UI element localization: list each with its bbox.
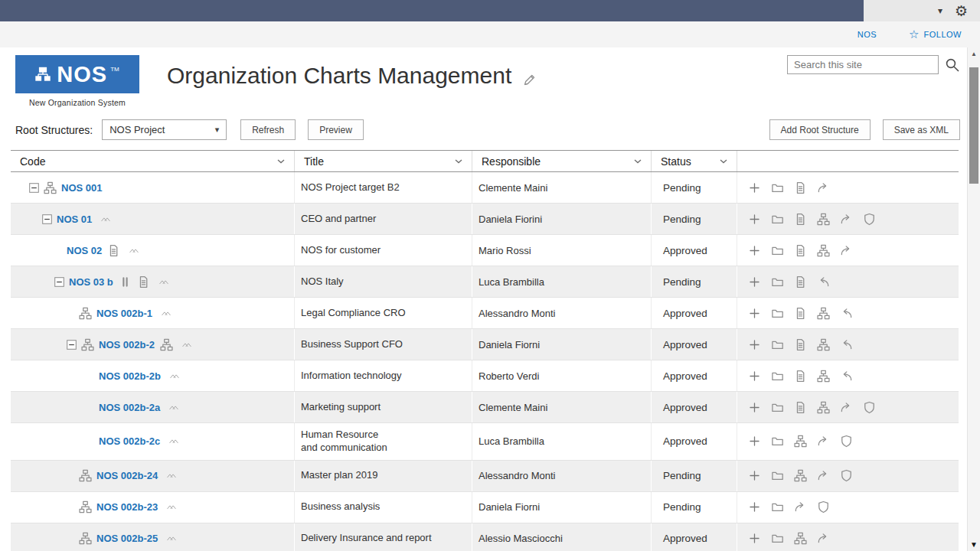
shield-icon[interactable] xyxy=(840,435,853,448)
code-link[interactable]: NOS 01 xyxy=(57,214,92,225)
add-icon[interactable] xyxy=(748,338,761,351)
reorder-icon[interactable] xyxy=(165,502,178,512)
org-chart-icon[interactable] xyxy=(817,213,830,226)
reorder-icon[interactable] xyxy=(165,533,178,543)
shield-icon[interactable] xyxy=(863,401,876,414)
reorder-icon[interactable] xyxy=(127,246,141,256)
org-chart-icon[interactable] xyxy=(794,435,807,448)
reorder-icon[interactable] xyxy=(167,403,181,412)
add-icon[interactable] xyxy=(748,244,761,257)
code-link[interactable]: NOS 002b-24 xyxy=(96,470,158,481)
org-chart-icon[interactable] xyxy=(794,532,807,545)
add-icon[interactable] xyxy=(748,370,761,383)
code-link[interactable]: NOS 002b-2c xyxy=(99,435,160,447)
scrollbar[interactable]: ▲ ▼ xyxy=(967,47,980,551)
folder-icon[interactable] xyxy=(771,435,784,448)
add-icon[interactable] xyxy=(748,435,761,448)
folder-icon[interactable] xyxy=(771,244,784,257)
folder-icon[interactable] xyxy=(771,338,784,351)
site-label[interactable]: NOS xyxy=(858,30,877,39)
org-chart-icon[interactable] xyxy=(817,307,830,320)
add-icon[interactable] xyxy=(748,401,761,414)
folder-icon[interactable] xyxy=(771,307,784,320)
shield-icon[interactable] xyxy=(840,469,853,482)
scroll-down-icon[interactable]: ▼ xyxy=(968,538,980,550)
root-structure-select[interactable]: NOS Project ▾ xyxy=(102,119,227,140)
add-root-structure-button[interactable]: Add Root Structure xyxy=(769,119,871,140)
folder-icon[interactable] xyxy=(771,532,784,545)
add-icon[interactable] xyxy=(748,500,761,514)
folder-icon[interactable] xyxy=(771,213,784,226)
chevron-down-icon[interactable] xyxy=(455,159,462,164)
document-icon[interactable] xyxy=(794,307,807,320)
add-icon[interactable] xyxy=(748,213,761,226)
share-icon[interactable] xyxy=(817,181,830,194)
reorder-icon[interactable] xyxy=(167,436,181,446)
org-chart-icon[interactable] xyxy=(817,338,830,351)
document-icon[interactable] xyxy=(794,181,807,194)
scroll-up-icon[interactable]: ▲ xyxy=(968,47,980,60)
undo-icon[interactable] xyxy=(840,370,853,383)
folder-icon[interactable] xyxy=(771,181,784,194)
org-chart-icon[interactable] xyxy=(817,401,830,414)
share-icon[interactable] xyxy=(817,435,830,448)
chevron-down-icon[interactable] xyxy=(720,159,727,164)
nos-logo[interactable]: NOSTM xyxy=(15,55,139,93)
chevron-down-icon[interactable] xyxy=(277,159,285,164)
code-link[interactable]: NOS 002b-25 xyxy=(96,533,158,544)
follow-button[interactable]: ☆ FOLLOW xyxy=(909,28,962,41)
share-icon[interactable] xyxy=(840,244,853,257)
shield-icon[interactable] xyxy=(817,500,830,514)
undo-icon[interactable] xyxy=(840,307,853,320)
reorder-icon[interactable] xyxy=(180,340,194,350)
add-icon[interactable] xyxy=(748,469,761,482)
org-chart-icon[interactable] xyxy=(794,469,807,482)
share-icon[interactable] xyxy=(817,469,830,482)
document-icon[interactable] xyxy=(794,244,807,257)
undo-icon[interactable] xyxy=(817,276,830,289)
add-icon[interactable] xyxy=(748,307,761,320)
add-icon[interactable] xyxy=(748,181,761,194)
folder-icon[interactable] xyxy=(771,370,784,383)
code-link[interactable]: NOS 002b-1 xyxy=(96,308,152,319)
collapse-icon[interactable] xyxy=(67,340,77,350)
code-link[interactable]: NOS 002b-2a xyxy=(99,402,160,413)
reorder-icon[interactable] xyxy=(168,371,181,381)
collapse-icon[interactable] xyxy=(54,277,64,287)
reorder-icon[interactable] xyxy=(165,471,178,481)
share-icon[interactable] xyxy=(794,500,807,514)
chevron-down-icon[interactable]: ▾ xyxy=(938,5,942,16)
chevron-down-icon[interactable] xyxy=(634,159,642,164)
reorder-icon[interactable] xyxy=(159,308,173,318)
scroll-thumb[interactable] xyxy=(969,67,978,184)
code-link[interactable]: NOS 001 xyxy=(61,182,102,194)
reorder-icon[interactable] xyxy=(99,214,113,224)
folder-icon[interactable] xyxy=(771,276,784,289)
share-icon[interactable] xyxy=(817,532,830,545)
shield-icon[interactable] xyxy=(863,213,876,226)
gear-icon[interactable]: ⚙ xyxy=(955,4,968,18)
save-as-xml-button[interactable]: Save as XML xyxy=(883,119,960,140)
search-icon[interactable] xyxy=(945,57,960,73)
collapse-icon[interactable] xyxy=(29,183,39,193)
code-link[interactable]: NOS 002b-23 xyxy=(96,501,158,513)
search-input[interactable] xyxy=(787,55,939,74)
collapse-icon[interactable] xyxy=(42,214,52,224)
share-icon[interactable] xyxy=(840,401,853,414)
document-icon[interactable] xyxy=(794,276,807,289)
folder-icon[interactable] xyxy=(771,500,784,514)
code-link[interactable]: NOS 02 xyxy=(67,245,102,256)
code-link[interactable]: NOS 002b-2b xyxy=(99,370,161,382)
org-chart-icon[interactable] xyxy=(817,244,830,257)
reorder-icon[interactable] xyxy=(157,277,171,287)
document-icon[interactable] xyxy=(794,213,807,226)
share-icon[interactable] xyxy=(840,213,853,226)
add-icon[interactable] xyxy=(748,276,761,289)
code-link[interactable]: NOS 03 b xyxy=(69,276,113,288)
undo-icon[interactable] xyxy=(840,338,853,351)
refresh-button[interactable]: Refresh xyxy=(240,119,296,140)
document-icon[interactable] xyxy=(794,401,807,414)
folder-icon[interactable] xyxy=(771,469,784,482)
document-icon[interactable] xyxy=(794,338,807,351)
document-icon[interactable] xyxy=(794,370,807,383)
